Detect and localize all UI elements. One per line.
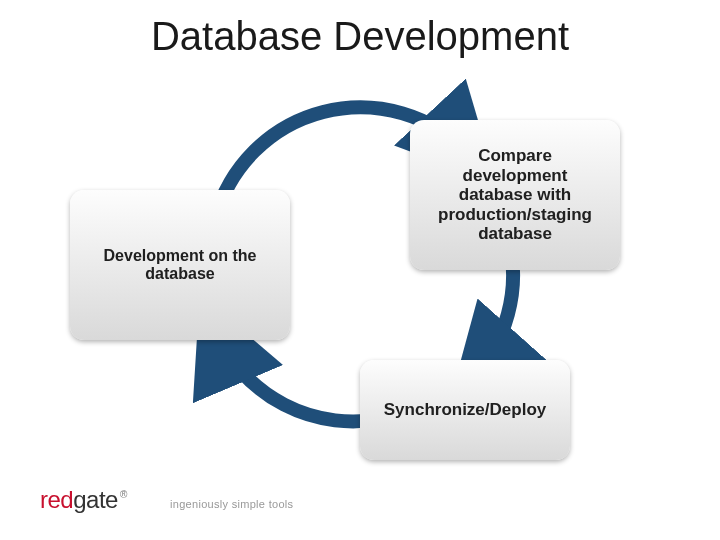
cycle-diagram: Development on the database Compare deve… <box>160 70 560 470</box>
node-deploy-label: Synchronize/Deploy <box>384 400 546 420</box>
slide: Database Development Development on the … <box>0 0 720 540</box>
page-title: Database Development <box>0 14 720 59</box>
logo-text: redgate <box>40 486 118 514</box>
node-compare-label: Compare development database with produc… <box>424 146 606 244</box>
node-deploy: Synchronize/Deploy <box>360 360 570 460</box>
registered-mark: ® <box>120 489 127 500</box>
redgate-logo: redgate ® <box>40 486 129 514</box>
logo-tagline: ingeniously simple tools <box>170 498 293 510</box>
logo-part-red: red <box>40 486 73 513</box>
node-development-label: Development on the database <box>84 247 276 284</box>
logo-part-gate: gate <box>73 486 118 513</box>
node-development: Development on the database <box>70 190 290 340</box>
node-compare: Compare development database with produc… <box>410 120 620 270</box>
